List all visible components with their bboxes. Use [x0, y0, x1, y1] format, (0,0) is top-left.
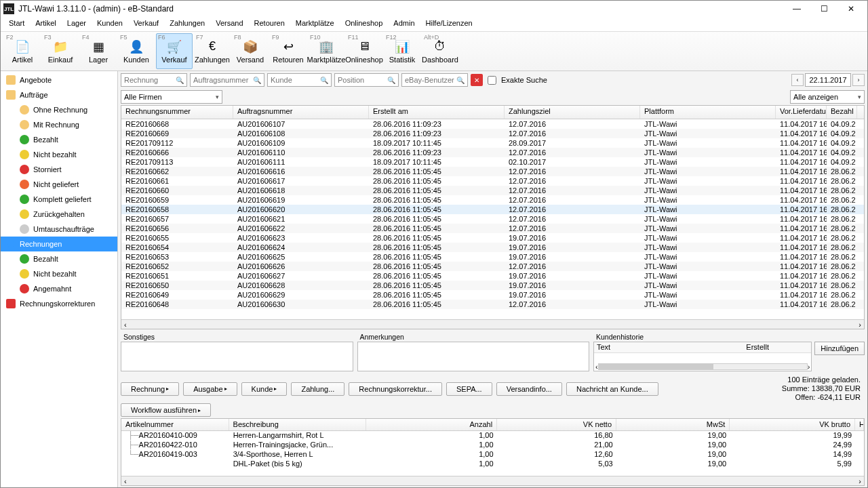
- sidebar-item-storniert[interactable]: Storniert: [1, 162, 117, 177]
- tool-kunden[interactable]: F5👤Kunden: [118, 33, 155, 69]
- sidebar-item-angebote[interactable]: Angebote: [1, 73, 117, 87]
- sidebar-item-zurückgehalten[interactable]: Zurückgehalten: [1, 207, 117, 222]
- table-row[interactable]: RE20160649AU20160662928.06.2016 11:05:45…: [121, 290, 864, 300]
- search-kunde[interactable]: 🔍: [267, 73, 332, 87]
- grid-hscroll[interactable]: ‹›: [121, 319, 864, 329]
- table-row[interactable]: RE201709112AU20160610918.09.2017 10:11:4…: [121, 138, 864, 148]
- table-row[interactable]: RE20160662AU20160661628.06.2016 11:05:45…: [121, 167, 864, 176]
- table-row[interactable]: RE20160669AU20160610828.06.2016 11:09:23…: [121, 129, 864, 138]
- action-kunde-button[interactable]: Kunde ▸: [241, 382, 288, 396]
- sidebar-item-nicht-bezahlt[interactable]: Nicht bezahlt: [1, 147, 117, 162]
- tool-versand[interactable]: F8📦Versand: [232, 33, 269, 69]
- sidebar-item-rechnungen[interactable]: Rechnungen: [1, 237, 117, 251]
- sidebar-item-bezahlt[interactable]: Bezahlt: [1, 132, 117, 147]
- sonstiges-textarea[interactable]: [121, 342, 353, 371]
- table-row[interactable]: RE201709113AU20160611118.09.2017 10:11:4…: [121, 157, 864, 167]
- minimize-button[interactable]: —: [783, 1, 810, 17]
- table-row[interactable]: RE20160659AU20160661928.06.2016 11:05:45…: [121, 195, 864, 205]
- search-position[interactable]: 🔍: [334, 73, 399, 87]
- date-prev-button[interactable]: ‹: [791, 74, 804, 86]
- action-ausgabe-button[interactable]: Ausgabe ▸: [183, 382, 237, 396]
- hinzufugen-button[interactable]: Hinzufügen: [814, 342, 865, 355]
- sidebar-item-nicht-geliefert[interactable]: Nicht geliefert: [1, 177, 117, 192]
- tool-verkauf[interactable]: F6🛒Verkauf: [156, 33, 193, 69]
- menu-artikel[interactable]: Artikel: [30, 17, 62, 31]
- col-header-rechnungsnummer[interactable]: Rechnungsnummer: [121, 106, 233, 119]
- anmerkungen-textarea[interactable]: [357, 342, 590, 371]
- sidebar-item-bezahlt[interactable]: Bezahlt: [1, 251, 117, 266]
- sidebar-item-ohne-rechnung[interactable]: Ohne Rechnung: [1, 102, 117, 117]
- exact-search-checkbox[interactable]: [488, 76, 496, 85]
- col-header-auftragsnummer[interactable]: Auftragsnummer: [233, 106, 369, 119]
- sidebar-item-umtauschaufträge[interactable]: Umtauschaufträge: [1, 222, 117, 237]
- action-nachricht-an-kunde--button[interactable]: Nachricht an Kunde...: [566, 382, 658, 396]
- menu-versand[interactable]: Versand: [210, 17, 248, 31]
- tool-zahlungen[interactable]: F7€Zahlungen: [194, 33, 231, 69]
- lineitem-body[interactable]: ├─AR20160410-009Herren-Langarmshirt, Rot…: [121, 431, 864, 476]
- table-row[interactable]: RE20160655AU20160662328.06.2016 11:05:45…: [121, 233, 864, 243]
- table-row[interactable]: RE20160652AU20160662628.06.2016 11:05:45…: [121, 262, 864, 271]
- table-row[interactable]: RE20160653AU20160662528.06.2016 11:05:45…: [121, 252, 864, 262]
- lineitem-row[interactable]: ├─AR20160422-010Herren-Trainingsjacke, G…: [121, 441, 864, 450]
- action-rechnung-button[interactable]: Rechnung ▸: [121, 382, 179, 396]
- show-filter-dropdown[interactable]: Alle anzeigen: [790, 90, 865, 104]
- search-rechnung[interactable]: 🔍: [121, 73, 187, 87]
- grid-body[interactable]: RE20160668AU20160610728.06.2016 11:09:23…: [121, 119, 864, 319]
- menu-zahlungen[interactable]: Zahlungen: [164, 17, 210, 31]
- col-header-vor.lieferdatum[interactable]: Vor.Lieferdatum: [776, 106, 827, 119]
- col-header-zahlungsziel[interactable]: Zahlungsziel: [505, 106, 640, 119]
- close-button[interactable]: ✕: [837, 1, 865, 17]
- tool-marktplätze[interactable]: F10🏢Marktplätze: [308, 33, 344, 69]
- menu-onlineshop[interactable]: Onlineshop: [340, 17, 389, 31]
- li-header-mwst[interactable]: MwSt: [616, 419, 730, 430]
- date-next-button[interactable]: ›: [852, 74, 865, 86]
- table-row[interactable]: RE20160651AU20160662728.06.2016 11:05:45…: [121, 271, 864, 281]
- tool-lager[interactable]: F4▦Lager: [80, 33, 117, 69]
- tool-onlineshop[interactable]: F11🖥Onlineshop: [346, 33, 382, 69]
- col-header-erstellt am[interactable]: Erstellt am: [369, 106, 505, 119]
- li-header-anzahl[interactable]: Anzahl: [366, 419, 497, 430]
- lineitem-hscroll[interactable]: ‹›: [121, 476, 864, 485]
- table-row[interactable]: RE20160654AU20160662428.06.2016 11:05:45…: [121, 243, 864, 252]
- lineitem-row[interactable]: └─AR20160419-0033/4-Sporthose, Herren L1…: [121, 450, 864, 460]
- col-header-bezahl[interactable]: Bezahl ˄: [827, 106, 857, 119]
- sidebar-item-rechnungskorrekturen[interactable]: Rechnungskorrekturen: [1, 296, 117, 311]
- action-zahlung--button[interactable]: Zahlung...: [291, 382, 344, 396]
- table-row[interactable]: RE20160650AU20160662828.06.2016 11:05:45…: [121, 281, 864, 290]
- sidebar-item-mit-rechnung[interactable]: Mit Rechnung: [1, 117, 117, 132]
- menu-verkauf[interactable]: Verkauf: [128, 17, 164, 31]
- table-row[interactable]: RE20160648AU20160663028.06.2016 11:05:45…: [121, 300, 864, 309]
- menu-start[interactable]: Start: [3, 17, 30, 31]
- li-header-h[interactable]: H: [855, 419, 864, 430]
- table-row[interactable]: RE20160666AU20160611028.06.2016 11:09:23…: [121, 148, 864, 157]
- tool-dashboard[interactable]: Alt+D⏱Dashboard: [422, 33, 458, 69]
- maximize-button[interactable]: ☐: [810, 1, 837, 17]
- clear-search-button[interactable]: ✕: [471, 74, 483, 86]
- firm-filter-dropdown[interactable]: Alle Firmen: [121, 90, 222, 104]
- tool-retouren[interactable]: F9↩Retouren: [270, 33, 307, 69]
- action-sepa--button[interactable]: SEPA...: [446, 382, 492, 396]
- col-header-plattform[interactable]: Plattform: [640, 106, 776, 119]
- tool-artikel[interactable]: F2📄Artikel: [4, 33, 41, 69]
- li-header-vk netto[interactable]: VK netto: [497, 419, 616, 430]
- sidebar-item-nicht-bezahlt[interactable]: Nicht bezahlt: [1, 266, 117, 281]
- table-row[interactable]: RE20160661AU20160661728.06.2016 11:05:45…: [121, 176, 864, 186]
- sidebar-item-komplett-geliefert[interactable]: Komplett geliefert: [1, 192, 117, 207]
- table-row[interactable]: RE20160658AU20160662028.06.2016 11:05:45…: [121, 205, 864, 214]
- table-row[interactable]: RE20160660AU20160661828.06.2016 11:05:45…: [121, 186, 864, 195]
- action-versandinfo--button[interactable]: Versandinfo...: [496, 382, 562, 396]
- lineitem-row[interactable]: DHL-Paket (bis 5 kg)1,005,0319,005,99: [121, 460, 864, 469]
- menu-hilfe/lizenzen[interactable]: Hilfe/Lizenzen: [420, 17, 478, 31]
- table-row[interactable]: RE20160668AU20160610728.06.2016 11:09:23…: [121, 119, 864, 129]
- menu-lager[interactable]: Lager: [62, 17, 92, 31]
- workflow-button[interactable]: Workflow ausführen▸: [121, 403, 211, 417]
- sidebar-item-aufträge[interactable]: Aufträge: [1, 87, 117, 102]
- historie-list[interactable]: TextErstellt ‹›: [593, 342, 812, 371]
- li-header-beschreibung[interactable]: Beschreibung: [229, 419, 366, 430]
- li-header-vk brutto[interactable]: VK brutto: [730, 419, 855, 430]
- search-auftragsnummer[interactable]: 🔍: [190, 73, 264, 87]
- date-field[interactable]: [805, 73, 851, 87]
- lineitem-row[interactable]: ├─AR20160410-009Herren-Langarmshirt, Rot…: [121, 431, 864, 441]
- menu-marktplätze[interactable]: Marktplätze: [290, 17, 340, 31]
- table-row[interactable]: RE20160656AU20160662228.06.2016 11:05:45…: [121, 224, 864, 233]
